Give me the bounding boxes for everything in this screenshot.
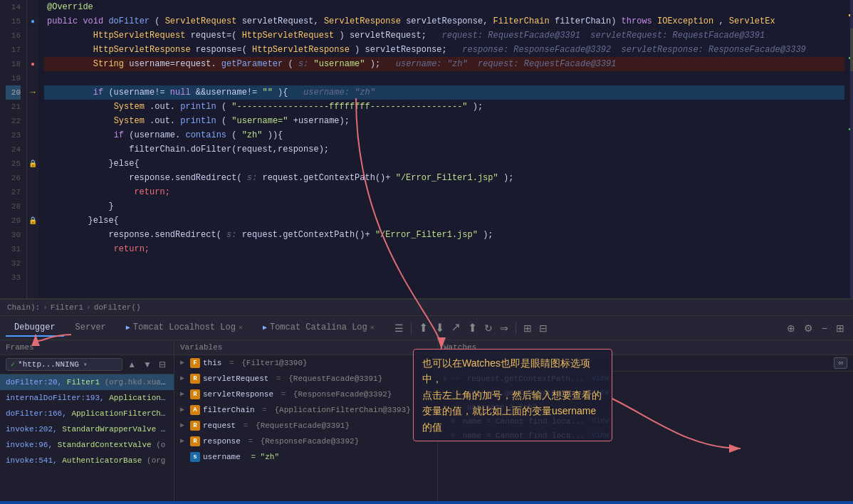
watch-2-oo: ○○ xyxy=(451,401,459,413)
ln-18: 18 xyxy=(6,57,21,71)
frames-down-btn[interactable]: ▼ xyxy=(141,359,154,370)
editor-scrollbar[interactable] xyxy=(844,0,853,298)
watch-item-2: ▶ ○○ username = "zh" xyxy=(438,400,853,414)
toolbar-threads[interactable]: ⊞ xyxy=(520,321,535,335)
gutter-31 xyxy=(27,242,38,256)
breadcrumb-chain: Chain): xyxy=(7,303,40,312)
tab-tomcat-localhost[interactable]: ▶ Tomcat Localhost Log ✕ xyxy=(117,320,251,337)
gutter-22 xyxy=(27,114,38,128)
var-this: ▶ F this = {Filter1@3390} xyxy=(174,355,437,371)
watch-4-view[interactable]: View xyxy=(587,430,609,441)
code-line-19 xyxy=(44,71,844,85)
tab-tomcat-catalina[interactable]: ▶ Tomcat Catalina Log ✕ xyxy=(254,320,383,337)
code-line-29: }else{ xyxy=(44,214,844,228)
ln-33: 33 xyxy=(6,271,21,285)
variables-header: Variables xyxy=(174,340,437,355)
watch-2-expand[interactable]: ▶ xyxy=(444,401,448,413)
panel-settings-btn[interactable]: ⊕ xyxy=(784,321,798,335)
watches-remove-btn[interactable]: − xyxy=(456,357,465,369)
scroll-thumb[interactable] xyxy=(850,28,853,71)
toolbar-sep-2 xyxy=(516,322,516,334)
panel-minimize-btn[interactable]: − xyxy=(819,321,830,335)
frame-item-2[interactable]: doFilter:166, ApplicationFilterChain xyxy=(0,406,174,421)
ln-16: 16 xyxy=(6,28,21,43)
ln-27: 27 xyxy=(6,185,21,199)
gutter-25: 🔒 xyxy=(27,157,38,171)
panel-gear-btn[interactable]: ⚙ xyxy=(801,321,816,335)
code-line-17: HttpServletResponse response=( HttpServl… xyxy=(44,43,844,57)
toolbar-run-to-cursor[interactable]: ↻ xyxy=(481,321,496,335)
panel-content-area: Frames ✓ *http...NNING ▾ ▲ ▼ ⊟ doFilter:… xyxy=(0,340,853,501)
frames-toolbar: ✓ *http...NNING ▾ ▲ ▼ ⊟ xyxy=(0,355,174,374)
var-request-expand[interactable]: ▶ xyxy=(180,420,187,431)
toolbar-step-up[interactable]: ⬆ xyxy=(465,320,480,336)
gutter-30 xyxy=(27,228,38,242)
frames-filter-btn[interactable]: ⊟ xyxy=(157,359,168,370)
code-line-32 xyxy=(44,256,844,271)
var-response-icon: R xyxy=(190,436,200,446)
gutter-21 xyxy=(27,100,38,114)
debug-toolbar-buttons: ☰ ⬆ ⬇ ↙ ⬆ ↻ ⇒ ⊞ ⊟ xyxy=(392,320,550,336)
watch-3-view[interactable]: View xyxy=(587,416,609,427)
tab-tomcat-localhost-close[interactable]: ✕ xyxy=(239,323,243,332)
ln-31: 31 xyxy=(6,242,21,256)
tab-debugger[interactable]: Debugger xyxy=(6,320,64,337)
watches-btn-row: + − ▲ ▼ ∞ xyxy=(438,355,853,372)
frame-list: doFilter:20, Filter1 (org.hkd.xuan.fil i… xyxy=(0,374,174,501)
editor-hscrollbar[interactable] xyxy=(0,298,853,299)
var-filterChain-expand[interactable]: ▶ xyxy=(180,404,187,416)
watches-add-btn[interactable]: + xyxy=(444,357,453,369)
code-line-15: public void doFilter ( ServletRequest se… xyxy=(44,14,844,28)
var-this-expand[interactable]: ▶ xyxy=(180,357,187,369)
variables-panel: Variables ▶ F this = {Filter1@3390} ▶ R xyxy=(174,340,438,501)
code-line-27: return; xyxy=(44,185,844,199)
var-response-expand[interactable]: ▶ xyxy=(180,436,187,447)
watch-item-4: ▶ ⊘ name = Cannot find loca... View xyxy=(438,429,853,443)
toolbar-menu-btn[interactable]: ☰ xyxy=(392,321,407,335)
toolbar-step-over-up[interactable]: ⬆ xyxy=(416,320,431,336)
tab-server[interactable]: Server xyxy=(67,320,115,337)
watch-item-0: ▶ ○○ request.getContextPath... View xyxy=(438,372,853,386)
gutter-15: ● xyxy=(27,14,38,28)
watches-title: Watches xyxy=(444,343,476,352)
watch-0-expand[interactable]: ▶ xyxy=(444,373,448,384)
tab-tomcat-catalina-close[interactable]: ✕ xyxy=(370,323,375,332)
frame-item-1[interactable]: internalDoFilter:193, ApplicationFil xyxy=(0,390,174,406)
code-text-area[interactable]: @Override public void doFilter ( Servlet… xyxy=(38,0,844,298)
panel-layout-btn[interactable]: ⊞ xyxy=(833,321,847,335)
toolbar-step-out[interactable]: ↙ xyxy=(449,320,464,336)
ln-29: 29 xyxy=(6,214,21,228)
frames-panel: Frames ✓ *http...NNING ▾ ▲ ▼ ⊟ doFilter:… xyxy=(0,340,174,501)
tomcat-catalina-icon: ▶ xyxy=(263,323,267,332)
var-username: ▶ s username = "zh" xyxy=(174,449,437,465)
ln-26: 26 xyxy=(6,171,21,185)
toolbar-evaluate[interactable]: ⇒ xyxy=(497,321,511,335)
breadcrumb-method: doFilter() xyxy=(94,303,141,312)
watch-0-view[interactable]: View xyxy=(587,373,609,384)
frame-item-5[interactable]: invoke:541, AuthenticatorBase (org xyxy=(0,453,174,468)
watches-up-btn[interactable]: ▲ xyxy=(468,357,481,369)
watch-1-view[interactable]: View xyxy=(587,387,609,399)
frame-item-4[interactable]: invoke:96, StandardContextValve (o xyxy=(0,437,174,453)
var-servletRes-icon: R xyxy=(190,389,200,399)
var-servletRes-expand[interactable]: ▶ xyxy=(180,389,187,400)
frames-dropdown[interactable]: ✓ *http...NNING ▾ xyxy=(6,358,122,371)
var-servletRequest: ▶ R servletRequest = {RequestFacade@3391… xyxy=(174,371,437,387)
ln-28: 28 xyxy=(6,199,21,214)
code-line-30: response.sendRedirect( s: request.getCon… xyxy=(44,228,844,242)
toolbar-restore[interactable]: ⊟ xyxy=(536,321,550,335)
tomcat-localhost-icon: ▶ xyxy=(126,323,130,332)
toolbar-step-into[interactable]: ⬇ xyxy=(432,320,447,336)
watches-header: Watches xyxy=(438,340,853,355)
frames-up-btn[interactable]: ▲ xyxy=(125,359,138,370)
gutter-18: ● xyxy=(27,57,38,71)
var-servletReq-expand[interactable]: ▶ xyxy=(180,373,187,384)
watches-down-btn[interactable]: ▼ xyxy=(483,357,496,369)
watch-1-expand[interactable]: ▶ xyxy=(444,387,448,399)
gutter-28 xyxy=(27,199,38,214)
frame-item-0[interactable]: doFilter:20, Filter1 (org.hkd.xuan.fil xyxy=(0,374,174,390)
tab-server-label: Server xyxy=(75,322,106,332)
var-servletReq-icon: R xyxy=(190,374,200,384)
watches-infinity-box[interactable]: ∞ xyxy=(834,357,847,369)
frame-item-3[interactable]: invoke:202, StandardWrapperValve (o xyxy=(0,421,174,437)
